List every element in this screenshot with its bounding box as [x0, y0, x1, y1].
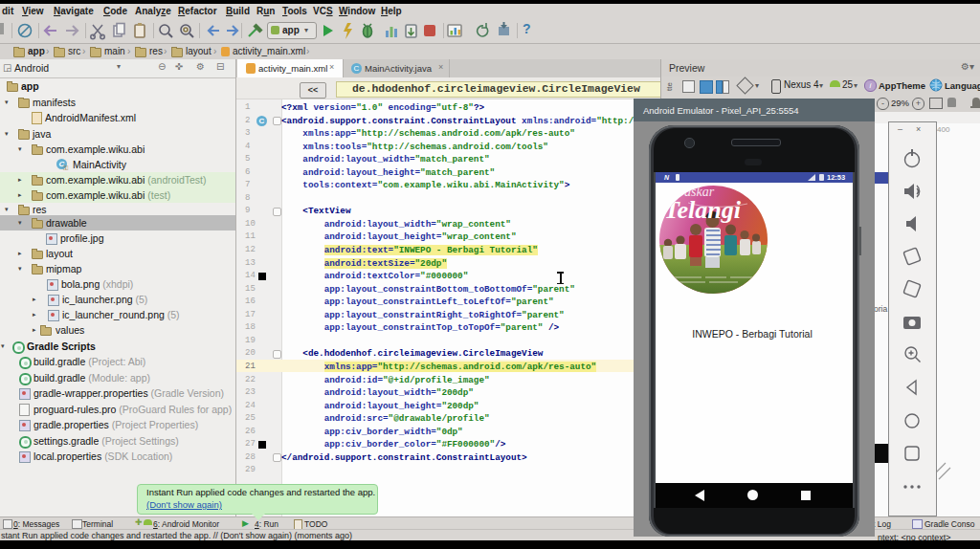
svg-text:Telangi: Telangi [664, 196, 742, 224]
